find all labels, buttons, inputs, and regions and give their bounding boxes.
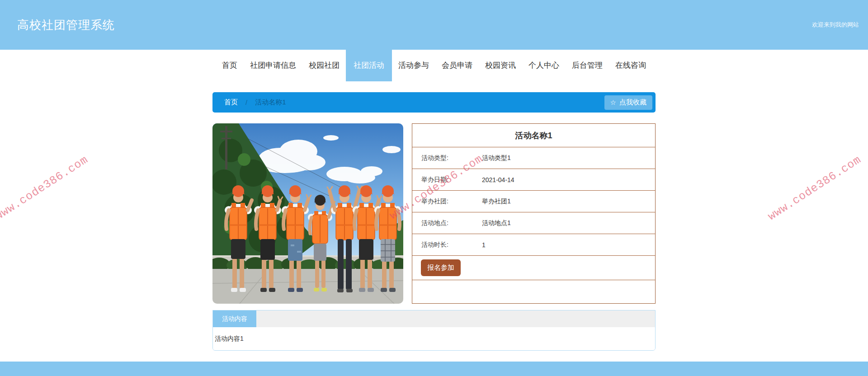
activity-content-body: 活动内容1 xyxy=(213,327,655,350)
detail-value: 活动地点1 xyxy=(482,219,511,227)
main-nav: 首页 社团申请信息 校园社团 社团活动 活动参与 会员申请 校园资讯 个人中心 … xyxy=(0,50,868,81)
detail-label: 举办社团: xyxy=(421,197,482,206)
nav-item-member-apply[interactable]: 会员申请 xyxy=(435,50,479,81)
detail-row-date: 举办日期: 2021-04-14 xyxy=(412,169,655,191)
watermark: www.code386.com xyxy=(0,153,91,223)
nav-item-personal-center[interactable]: 个人中心 xyxy=(522,50,566,81)
detail-label: 活动地点: xyxy=(421,219,482,227)
nav-item-home[interactable]: 首页 xyxy=(216,50,244,81)
collect-button[interactable]: ☆ 点我收藏 xyxy=(604,95,652,110)
watermark: www.code386.com xyxy=(765,153,863,223)
nav-item-campus-news[interactable]: 校园资讯 xyxy=(479,50,522,81)
activity-photo xyxy=(212,123,403,304)
breadcrumb: 首页 / 活动名称1 ☆ 点我收藏 xyxy=(212,92,656,113)
detail-label: 活动类型: xyxy=(421,154,482,162)
detail-row-type: 活动类型: 活动类型1 xyxy=(412,147,655,169)
detail-button-row: 报名参加 xyxy=(412,256,655,280)
activity-title: 活动名称1 xyxy=(412,124,655,147)
breadcrumb-separator: / xyxy=(245,99,247,106)
nav-item-online-consult[interactable]: 在线咨询 xyxy=(609,50,652,81)
detail-row-duration: 活动时长: 1 xyxy=(412,234,655,256)
nav-item-club-activities[interactable]: 社团活动 xyxy=(346,50,392,81)
app-header: 高校社团管理系统 欢迎来到我的网站 xyxy=(0,0,868,50)
activity-detail-panel: 活动名称1 活动类型: 活动类型1 举办日期: 2021-04-14 举办社团:… xyxy=(412,123,656,304)
nav-item-activity-join[interactable]: 活动参与 xyxy=(392,50,435,81)
collect-button-label: 点我收藏 xyxy=(619,98,646,107)
detail-label: 举办日期: xyxy=(421,176,482,184)
nav-item-club-apply-info[interactable]: 社团申请信息 xyxy=(244,50,302,81)
detail-label: 活动时长: xyxy=(421,241,482,249)
activity-content-panel: 活动内容 活动内容1 xyxy=(212,310,656,351)
signup-button[interactable]: 报名参加 xyxy=(421,259,461,276)
welcome-text: 欢迎来到我的网站 xyxy=(812,21,859,29)
tab-activity-content[interactable]: 活动内容 xyxy=(213,310,256,327)
detail-row-club: 举办社团: 举办社团1 xyxy=(412,191,655,212)
detail-empty-area xyxy=(412,280,655,303)
page-footer xyxy=(0,362,868,376)
breadcrumb-home-link[interactable]: 首页 xyxy=(224,98,238,107)
detail-value: 活动类型1 xyxy=(482,154,511,162)
detail-value: 1 xyxy=(482,241,486,249)
app-title: 高校社团管理系统 xyxy=(17,17,115,33)
star-icon: ☆ xyxy=(610,99,616,107)
detail-value: 2021-04-14 xyxy=(482,176,514,183)
tab-bar: 活动内容 xyxy=(213,310,655,327)
breadcrumb-current: 活动名称1 xyxy=(255,98,286,107)
nav-item-campus-clubs[interactable]: 校园社团 xyxy=(302,50,346,81)
detail-value: 举办社团1 xyxy=(482,197,511,206)
detail-row-location: 活动地点: 活动地点1 xyxy=(412,212,655,234)
nav-item-admin[interactable]: 后台管理 xyxy=(566,50,609,81)
